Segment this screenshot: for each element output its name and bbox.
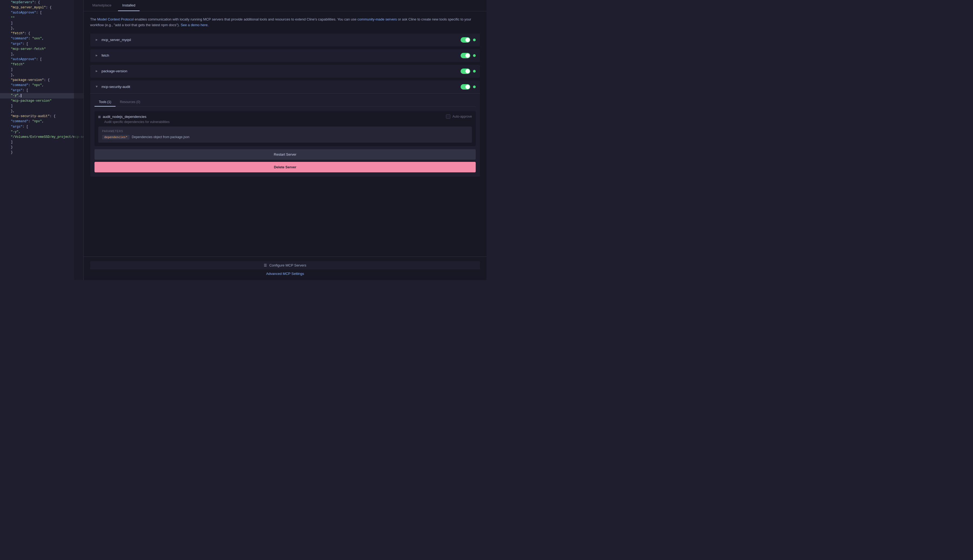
code-lines: "mcpServers": { "mcp_server_myqsl": { "a… (0, 0, 84, 155)
server-status-dot-package-version (473, 70, 476, 73)
server-item-mcp-security-audit: ▶ mcp-security-audit Tools (1) Resources… (90, 80, 480, 177)
server-expanded-content: Tools (1) Resources (0) ▦ audit_nodejs_d… (90, 93, 480, 177)
code-line: "command": "npx", (0, 83, 84, 88)
code-line: }, (0, 73, 84, 78)
code-line: ] (0, 21, 84, 26)
delete-server-button[interactable]: Delete Server (95, 162, 476, 172)
code-line: "package-version": { (0, 78, 84, 83)
param-row: dependencies* Dependencies object from p… (102, 135, 468, 140)
configure-icon: ☰ (264, 263, 267, 267)
sub-tab-bar: Tools (1) Resources (0) (95, 98, 476, 107)
code-line: "mcp-server-fetch" (0, 47, 84, 52)
demo-link[interactable]: See a demo here. (181, 23, 209, 27)
code-line: ], (0, 52, 84, 57)
server-controls (461, 37, 476, 43)
chevron-icon: ▶ (95, 69, 99, 73)
auto-approve-checkbox[interactable] (446, 114, 450, 119)
code-line: }, (0, 109, 84, 114)
code-line: ] (0, 67, 84, 72)
sub-tab-tools[interactable]: Tools (1) (95, 98, 115, 107)
code-line: "autoApprove": [ (0, 10, 84, 15)
code-line: "/Volumes/ExtremeSSD/my_project/mcp-secu… (0, 135, 84, 140)
server-header-fetch[interactable]: ▶ fetch (90, 49, 480, 62)
server-name-mcp-security-audit: mcp-security-audit (102, 85, 458, 89)
server-item-mcp-server-myqsl: ▶ mcp_server_myqsl (90, 33, 480, 47)
auto-approve-row: Auto-approve (446, 114, 472, 119)
server-toggle-fetch[interactable] (461, 53, 470, 58)
param-name: dependencies* (102, 135, 130, 140)
tool-icon: ▦ (98, 114, 100, 119)
tool-name: audit_nodejs_dependencies (103, 115, 146, 119)
description-text: The Model Context Protocol enables commu… (90, 17, 480, 28)
configure-label: Configure MCP Servers (269, 263, 306, 267)
tool-header: ▦ audit_nodejs_dependencies Auto-approve (98, 114, 472, 119)
server-controls-mcp-security-audit (461, 84, 476, 90)
server-item-package-version: ▶ package-version (90, 65, 480, 78)
code-line: "command": "uvx", (0, 36, 84, 41)
minimap (74, 0, 84, 280)
code-line: "args": [ (0, 42, 84, 47)
code-line: "mcp_server_myqsl": { (0, 5, 84, 10)
code-line: } (0, 145, 84, 150)
code-line: "-y", (0, 93, 84, 98)
server-status-dot-fetch (473, 54, 476, 57)
param-description: Dependencies object from package.json (132, 135, 189, 139)
server-header-mcp-server-myqsl[interactable]: ▶ mcp_server_myqsl (90, 33, 480, 47)
chevron-expanded-icon: ▶ (95, 85, 99, 89)
code-editor: "mcpServers": { "mcp_server_myqsl": { "a… (0, 0, 84, 280)
configure-mcp-servers-button[interactable]: ☰ Configure MCP Servers (90, 261, 480, 270)
code-line: }, (0, 26, 84, 31)
tool-item-audit-nodejs-dependencies: ▦ audit_nodejs_dependencies Auto-approve… (95, 111, 476, 146)
server-name-fetch: fetch (102, 53, 458, 57)
model-context-protocol-link[interactable]: Model Context Protocol (97, 17, 134, 21)
server-header-mcp-security-audit[interactable]: ▶ mcp-security-audit (90, 80, 480, 93)
mcp-settings-panel: Marketplace Installed The Model Context … (84, 0, 486, 280)
auto-approve-label: Auto-approve (453, 115, 472, 118)
server-controls (461, 68, 476, 74)
server-status-dot-mcp-security-audit (473, 85, 476, 88)
code-line: ] (0, 140, 84, 145)
code-line: "-y", (0, 130, 84, 135)
footer: ☰ Configure MCP Servers Advanced MCP Set… (84, 257, 486, 280)
server-toggle-mcp-server-myqsl[interactable] (461, 37, 470, 43)
tool-description: Audit specific dependencies for vulnerab… (104, 120, 472, 124)
tab-installed[interactable]: Installed (118, 0, 140, 11)
tab-marketplace[interactable]: Marketplace (88, 0, 116, 11)
code-line: "mcp-package-version" (0, 98, 84, 103)
server-status-dot-mcp-server-myqsl (473, 38, 476, 41)
chevron-icon: ▶ (95, 38, 99, 42)
server-header-package-version[interactable]: ▶ package-version (90, 65, 480, 78)
server-controls (461, 53, 476, 58)
server-name-package-version: package-version (102, 69, 458, 73)
code-line: "" (0, 16, 84, 21)
advanced-mcp-settings-link[interactable]: Advanced MCP Settings (266, 272, 304, 276)
code-line: ] (0, 103, 84, 109)
code-line: } (0, 150, 84, 155)
server-item-fetch: ▶ fetch (90, 49, 480, 62)
community-servers-link[interactable]: community-made servers (358, 17, 397, 21)
server-toggle-mcp-security-audit[interactable] (461, 84, 470, 90)
server-toggle-package-version[interactable] (461, 68, 470, 74)
code-line: "autoApprove": [ (0, 57, 84, 62)
parameters-section: PARAMETERS dependencies* Dependencies ob… (98, 127, 472, 143)
code-line: "command": "npx", (0, 119, 84, 124)
code-line: "args": [ (0, 124, 84, 130)
action-buttons: Restart Server Delete Server (95, 149, 476, 172)
chevron-icon: ▶ (95, 53, 99, 57)
code-line: "mcp-security-audit": { (0, 114, 84, 119)
code-line: "args": [ (0, 88, 84, 93)
restart-server-button[interactable]: Restart Server (95, 149, 476, 160)
code-line: "fetch" (0, 62, 84, 67)
tool-name-row: ▦ audit_nodejs_dependencies (98, 114, 146, 119)
server-name-mcp-server-myqsl: mcp_server_myqsl (102, 38, 458, 42)
code-line: "mcpServers": { (0, 0, 84, 5)
tab-bar: Marketplace Installed (84, 0, 486, 11)
code-line: "fetch": { (0, 31, 84, 36)
sub-tab-resources[interactable]: Resources (0) (115, 98, 144, 107)
parameters-title: PARAMETERS (102, 130, 468, 133)
content-area: The Model Context Protocol enables commu… (84, 11, 486, 257)
